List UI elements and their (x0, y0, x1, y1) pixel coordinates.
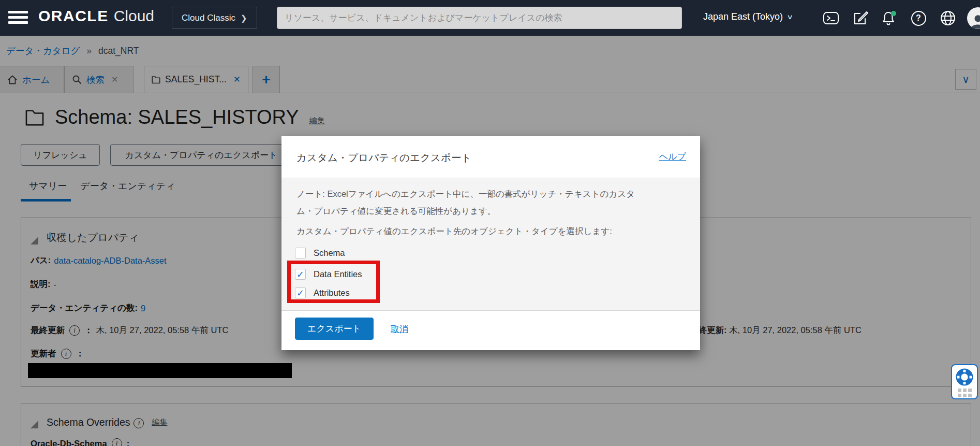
region-selector[interactable]: Japan East (Tokyo) ∨ (703, 11, 793, 22)
dialog-title: カスタム・プロパティのエクスポート (296, 151, 471, 165)
life-ring-icon (955, 367, 974, 387)
cloud-classic-label: Cloud Classic (182, 13, 235, 23)
export-custom-properties-dialog: カスタム・プロパティのエクスポート ヘルプ ノート: Excelファイルへのエク… (281, 136, 700, 350)
drag-handle-dots-icon[interactable] (958, 389, 972, 397)
dialog-prompt: カスタム・プロパティ値のエクスポート先のオブジェクト・タイプを選択します: (296, 226, 659, 237)
user-avatar[interactable] (967, 7, 980, 29)
cloud-classic-button[interactable]: Cloud Classic ❯ (172, 7, 257, 29)
dialog-footer: エクスポート 取消 (281, 311, 700, 350)
cloud-shell-icon[interactable] (822, 9, 840, 27)
data-entities-checkbox-label: Data Entities (314, 269, 362, 279)
floating-help-widget[interactable] (951, 364, 978, 399)
notifications-bell-icon[interactable] (880, 9, 898, 27)
chevron-down-icon: ∨ (786, 13, 793, 21)
brand-cloud: Cloud (114, 7, 154, 24)
schema-checkbox-label: Schema (314, 248, 345, 258)
attributes-checkbox[interactable]: ✓ (295, 287, 306, 298)
dialog-note: ノート: Excelファイルへのエクスポート中に、一部の書式がリッチ・テキストの… (296, 185, 638, 220)
globe-language-icon[interactable] (939, 9, 957, 27)
help-icon[interactable]: ? (909, 9, 928, 27)
brand-oracle: ORACLE (38, 7, 109, 24)
checkbox-row-attributes: ✓ Attributes (295, 287, 350, 298)
export-submit-button[interactable]: エクスポート (295, 318, 374, 340)
region-label: Japan East (Tokyo) (703, 11, 783, 22)
schema-checkbox[interactable] (295, 248, 306, 258)
notification-badge (891, 11, 896, 16)
dialog-body: ノート: Excelファイルへのエクスポート中に、一部の書式がリッチ・テキストの… (281, 178, 700, 311)
dialog-header: カスタム・プロパティのエクスポート ヘルプ (281, 136, 700, 178)
edit-announcements-icon[interactable] (851, 9, 870, 27)
data-entities-checkbox[interactable]: ✓ (295, 269, 306, 280)
checkbox-row-data-entities: ✓ Data Entities (295, 269, 362, 280)
hamburger-menu-icon[interactable] (8, 11, 28, 25)
checkbox-row-schema: Schema (295, 248, 345, 258)
attributes-checkbox-label: Attributes (314, 288, 350, 298)
cancel-link[interactable]: 取消 (391, 323, 408, 335)
oracle-cloud-console: ORACLECloud Cloud Classic ❯ Japan East (… (0, 0, 980, 446)
global-search-input[interactable] (277, 7, 682, 29)
chevron-right-icon: ❯ (241, 13, 247, 23)
top-navbar: ORACLECloud Cloud Classic ❯ Japan East (… (0, 0, 980, 36)
dialog-help-link[interactable]: ヘルプ (659, 151, 686, 163)
oracle-cloud-logo[interactable]: ORACLECloud (38, 7, 154, 25)
